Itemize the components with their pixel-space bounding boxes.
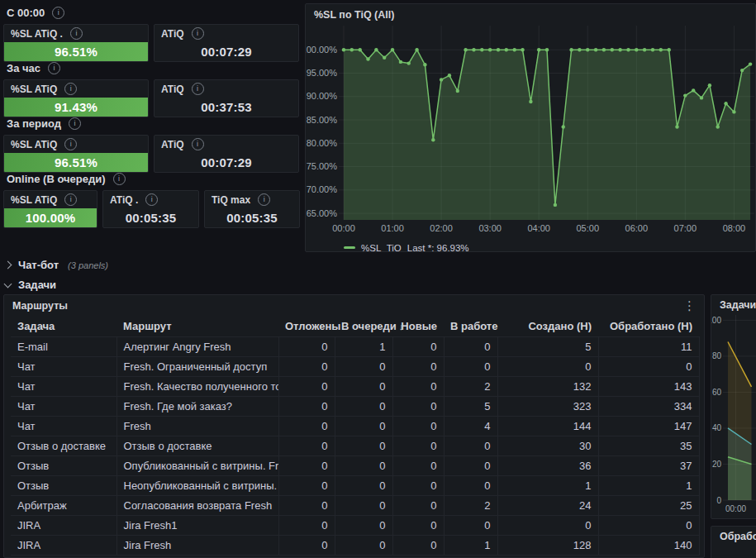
sl-tiq-chart[interactable]: 100.00%95.00%90.00%85.00%80.00%75.00%70.…: [306, 26, 754, 239]
table-cell: 0: [392, 416, 444, 436]
table-cell: Jira Fresh1: [116, 515, 278, 535]
table-row: ЧатFresh. Где мой заказ?0005323334: [11, 396, 699, 416]
stat-value: 100.00%: [4, 208, 97, 227]
column-header[interactable]: Обработано (Н): [598, 317, 699, 336]
svg-text:03:00: 03:00: [478, 223, 502, 233]
column-header[interactable]: Маршрут: [116, 317, 278, 336]
row-panel-count: (3 panels): [68, 260, 108, 270]
mini-panel-title[interactable]: Задачи (All): [711, 295, 756, 315]
table-cell: 0: [392, 396, 444, 416]
tasks-all-chart[interactable]: 10080604020000:00: [711, 315, 756, 517]
table-cell: 0: [335, 356, 392, 376]
legend-series-name[interactable]: %SL_TiQ: [361, 243, 402, 253]
processing-panel: Обработка: [711, 526, 756, 558]
table-cell: 0: [335, 455, 392, 475]
row-header-label: За час: [7, 62, 40, 74]
stat-panel-sl-atiq: %SL ATiQ .i 96.51%: [3, 24, 149, 62]
routes-table: ЗадачаМаршрутОтложеныВ очереди↓НовыеВ ра…: [11, 317, 700, 556]
routes-table-body: E-mailАлертинг Angry Fresh0100511ЧатFres…: [11, 336, 699, 555]
svg-text:02:00: 02:00: [430, 223, 453, 233]
table-cell: Отзыв: [11, 455, 116, 475]
table-cell: 1: [598, 475, 699, 495]
stat-row: %SL ATiQi 96.51% ATiQi 00:07:29: [3, 135, 299, 173]
panel-title[interactable]: ATiQ: [161, 83, 184, 95]
panel-title[interactable]: %SL ATiQ: [11, 139, 57, 150]
table-cell: 0: [335, 535, 392, 555]
table-cell: 0: [278, 475, 335, 495]
tasks-all-panel: Задачи (All) 10080604020000:00: [711, 294, 756, 519]
table-cell: 0: [278, 356, 335, 376]
table-cell: 0: [497, 515, 598, 535]
table-cell: Чат: [11, 396, 116, 416]
panel-title[interactable]: %SL ATiQ .: [11, 28, 63, 40]
info-icon: i: [145, 193, 158, 206]
table-panel-title[interactable]: Маршруты: [4, 295, 704, 317]
panel-title[interactable]: %SL ATiQ: [11, 83, 57, 95]
svg-text:06:00: 06:00: [625, 223, 649, 233]
row-header-label: Online (В очереди): [7, 173, 106, 185]
info-icon: i: [64, 138, 77, 150]
svg-text:100.00%: 100.00%: [306, 45, 337, 55]
column-header[interactable]: Отложены: [278, 317, 335, 336]
info-icon: i: [48, 62, 60, 74]
table-cell: 0: [497, 356, 598, 376]
info-icon: i: [64, 193, 77, 206]
table-row: АрбитражСогласования возврата Fresh00022…: [11, 495, 699, 515]
table-cell: 30: [497, 436, 598, 455]
row-header-last-hour: За час i: [7, 62, 297, 74]
table-cell: 0: [392, 376, 444, 396]
panel-title[interactable]: %SL ATiQ: [11, 194, 57, 206]
table-cell: 0: [335, 416, 392, 436]
info-icon: i: [69, 117, 81, 130]
chevron-right-icon: [4, 261, 12, 269]
stat-row: %SL ATiQi 100.00% ATiQ .i 00:05:35 TiQ m…: [3, 190, 299, 228]
stat-value: 00:07:29: [155, 42, 298, 61]
stat-row: %SL ATiQ .i 96.51% ATiQi 00:07:29: [3, 24, 299, 62]
column-header[interactable]: Задача: [11, 317, 116, 336]
table-cell: 5: [444, 396, 497, 416]
table-cell: 323: [497, 396, 598, 416]
table-cell: 0: [598, 356, 699, 376]
table-cell: 132: [497, 376, 598, 396]
chart-panel-title[interactable]: %SL по TiQ (All): [306, 4, 755, 26]
table-cell: Jira Fresh: [116, 535, 278, 555]
stat-panel-tiq-max: TiQ maxi 00:05:35: [204, 190, 300, 228]
column-header[interactable]: В работе: [444, 317, 497, 336]
table-cell: 36: [497, 455, 598, 475]
info-icon: i: [192, 27, 204, 40]
svg-text:20: 20: [712, 460, 722, 469]
table-cell: Арбитраж: [11, 495, 116, 515]
table-cell: 334: [598, 396, 699, 416]
stat-value: 96.51%: [4, 153, 148, 172]
panel-title[interactable]: TiQ max: [212, 194, 250, 206]
table-cell: 25: [598, 495, 699, 515]
panel-title[interactable]: ATiQ: [161, 139, 184, 150]
column-header[interactable]: В очереди↓: [335, 317, 392, 336]
table-cell: JIRA: [11, 535, 116, 555]
row-toggle-tasks[interactable]: Задачи: [0, 276, 756, 293]
table-row: Отзыв о доставкеОтзыв о доставке00003035: [11, 436, 699, 455]
table-cell: 0: [444, 475, 497, 495]
table-cell: 0: [392, 535, 444, 555]
row-toggle-chatbot[interactable]: Чат-бот (3 panels): [0, 256, 756, 274]
table-row: ЧатFresh. Качество полученного товара000…: [11, 376, 699, 396]
table-cell: 0: [335, 515, 392, 535]
sl-tiq-chart-panel: %SL по TiQ (All) 100.00%95.00%90.00%85.0…: [305, 3, 756, 252]
table-row: ЧатFresh0004144147: [11, 416, 699, 436]
panel-title[interactable]: ATiQ: [161, 28, 184, 40]
processing-panel-title[interactable]: Обработка: [711, 527, 756, 546]
svg-text:75.00%: 75.00%: [307, 161, 338, 171]
table-cell: 143: [598, 376, 699, 396]
panel-title[interactable]: ATiQ .: [110, 194, 138, 206]
panel-menu-icon[interactable]: ⋮: [680, 298, 699, 313]
table-cell: JIRA: [11, 515, 116, 535]
svg-text:00:00: 00:00: [332, 223, 355, 233]
table-cell: 0: [278, 376, 335, 396]
table-cell: Алертинг Angry Fresh: [116, 336, 278, 356]
column-header[interactable]: Создано (Н): [497, 317, 598, 336]
table-row: ЧатFresh. Ограниченный доступ000000: [11, 356, 699, 376]
table-cell: 0: [444, 515, 497, 535]
svg-text:70.00%: 70.00%: [307, 184, 338, 194]
table-cell: 0: [278, 515, 335, 535]
table-cell: 0: [278, 455, 335, 475]
